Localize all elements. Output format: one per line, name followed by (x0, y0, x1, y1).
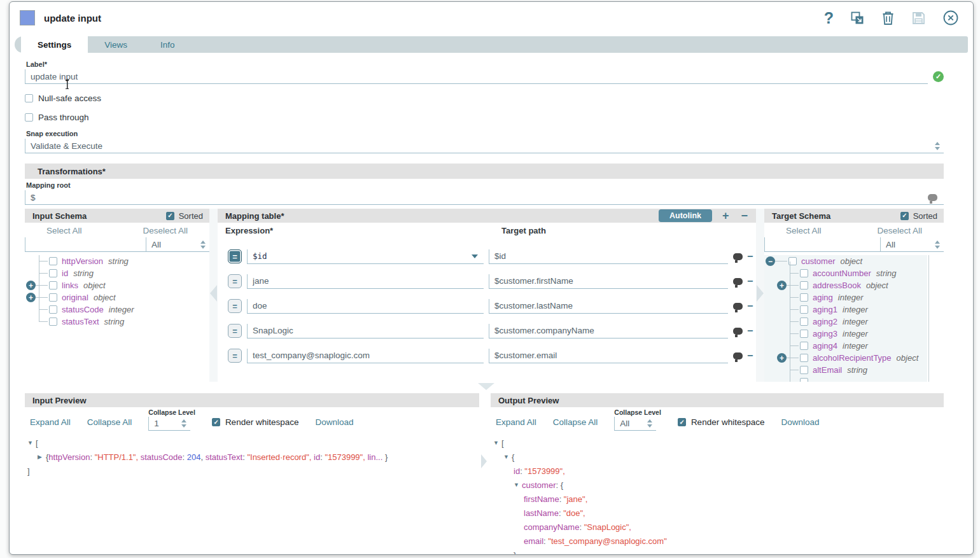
label-input[interactable] (25, 72, 928, 81)
comment-bubble-icon[interactable] (733, 352, 743, 359)
tree-item-checkbox[interactable] (800, 305, 808, 314)
target-path-input[interactable] (489, 351, 728, 360)
target-select-all-link[interactable]: Select All (786, 226, 822, 235)
output-expand-all-link[interactable]: Expand All (496, 417, 536, 427)
target-schema-type-value[interactable] (881, 240, 935, 249)
expression-toggle-button[interactable]: = (228, 274, 242, 288)
tab-settings[interactable]: Settings (21, 36, 88, 53)
comment-bubble-icon[interactable] (733, 253, 743, 260)
select-spinner-icon[interactable] (935, 142, 940, 150)
comment-bubble-icon[interactable] (733, 278, 743, 285)
expression-toggle-button[interactable]: = (228, 349, 242, 363)
tree-item-checkbox[interactable] (49, 269, 57, 277)
delete-row-icon[interactable]: − (747, 326, 753, 336)
target-path-input[interactable] (489, 326, 728, 335)
tree-item-checkbox[interactable] (49, 317, 57, 326)
select-spinner-icon[interactable] (200, 241, 206, 249)
remove-row-button[interactable]: − (739, 210, 750, 221)
input-schema-type-filter[interactable] (146, 237, 209, 252)
expand-plus-icon[interactable]: + (26, 281, 36, 290)
target-path-input[interactable] (489, 276, 728, 286)
expression-input[interactable] (248, 251, 472, 261)
tree-item-checkbox[interactable] (800, 269, 808, 277)
expand-plus-icon[interactable]: + (26, 293, 36, 302)
tree-item-checkbox[interactable] (800, 342, 808, 350)
expression-input[interactable] (248, 276, 484, 286)
delete-row-icon[interactable]: − (747, 251, 753, 262)
expression-input[interactable] (248, 351, 484, 360)
delete-row-icon[interactable]: − (747, 301, 753, 311)
comment-bubble-icon[interactable] (928, 194, 937, 201)
collapse-node-icon[interactable]: ▼ (514, 482, 522, 488)
collapse-minus-icon[interactable]: − (766, 256, 775, 266)
input-collapse-level-input[interactable] (149, 419, 181, 428)
delete-row-icon[interactable]: − (747, 276, 753, 286)
tree-item-checkbox[interactable] (49, 257, 57, 265)
input-collapse-level-field[interactable] (148, 417, 190, 431)
mapping-root-input[interactable] (25, 193, 928, 202)
target-sorted-checkbox[interactable] (900, 212, 909, 220)
save-icon[interactable] (911, 11, 926, 25)
expression-input[interactable] (248, 326, 484, 335)
output-render-whitespace-checkbox[interactable] (678, 418, 686, 426)
spinner-icon[interactable] (181, 419, 186, 428)
select-spinner-icon[interactable] (935, 241, 940, 249)
expression-toggle-button[interactable]: = (228, 249, 242, 263)
delete-icon[interactable] (881, 11, 895, 25)
tree-item-checkbox[interactable] (49, 281, 57, 289)
null-safe-checkbox[interactable] (25, 94, 33, 102)
target-path-input[interactable] (489, 301, 728, 310)
comment-bubble-icon[interactable] (733, 328, 743, 335)
target-deselect-all-link[interactable]: Deselect All (877, 226, 922, 235)
target-path-input[interactable] (489, 251, 728, 261)
expression-toggle-button[interactable]: = (228, 324, 242, 338)
input-select-all-link[interactable]: Select All (46, 226, 82, 235)
collapse-node-icon[interactable]: ▼ (493, 440, 501, 446)
tab-info[interactable]: Info (144, 36, 192, 53)
expand-plus-icon[interactable]: + (777, 281, 787, 290)
close-icon[interactable] (942, 10, 959, 26)
expand-node-icon[interactable]: ▶ (38, 454, 46, 460)
input-deselect-all-link[interactable]: Deselect All (143, 226, 188, 235)
input-expand-all-link[interactable]: Expand All (30, 417, 71, 427)
export-icon[interactable] (850, 11, 865, 25)
target-schema-search-input[interactable] (765, 240, 880, 249)
expression-dropdown-icon[interactable] (472, 255, 478, 258)
input-collapse-all-link[interactable]: Collapse All (87, 417, 132, 427)
input-schema-type-value[interactable] (146, 240, 200, 249)
collapse-preview-icon[interactable] (478, 383, 494, 390)
tree-item-checkbox[interactable] (800, 330, 808, 338)
tree-item-checkbox[interactable] (800, 281, 808, 289)
expression-toggle-button[interactable]: = (228, 299, 242, 313)
add-row-button[interactable]: + (720, 210, 731, 221)
tree-item-checkbox[interactable] (800, 293, 808, 302)
help-icon[interactable]: ? (824, 10, 834, 26)
collapse-node-icon[interactable]: ▼ (503, 454, 512, 460)
expand-plus-icon[interactable]: + (777, 353, 787, 363)
collapse-output-icon[interactable] (481, 454, 487, 468)
collapse-right-icon[interactable] (757, 285, 764, 302)
comment-bubble-icon[interactable] (733, 303, 743, 310)
delete-row-icon[interactable]: − (747, 351, 753, 361)
tree-item-checkbox[interactable] (49, 305, 57, 314)
output-collapse-all-link[interactable]: Collapse All (553, 417, 598, 427)
tree-item-checkbox[interactable] (800, 317, 808, 326)
input-schema-search-input[interactable] (25, 240, 146, 249)
collapse-left-icon[interactable] (210, 285, 217, 302)
pass-through-checkbox[interactable] (25, 113, 33, 122)
tree-item-checkbox[interactable] (49, 293, 57, 302)
tab-views[interactable]: Views (88, 36, 144, 53)
snap-execution-value[interactable] (25, 141, 935, 151)
expression-input[interactable] (248, 301, 484, 310)
spinner-icon[interactable] (647, 419, 652, 428)
collapse-node-icon[interactable]: ▼ (27, 440, 36, 446)
input-download-link[interactable]: Download (315, 417, 353, 427)
target-schema-type-filter[interactable] (880, 237, 944, 252)
tree-item-checkbox[interactable] (800, 366, 808, 374)
input-sorted-checkbox[interactable] (166, 212, 174, 220)
output-collapse-level-field[interactable] (614, 417, 656, 431)
autolink-button[interactable]: Autolink (659, 209, 712, 222)
output-download-link[interactable]: Download (781, 417, 819, 427)
tree-item-checkbox[interactable] (800, 354, 808, 362)
snap-execution-select[interactable] (25, 139, 944, 153)
